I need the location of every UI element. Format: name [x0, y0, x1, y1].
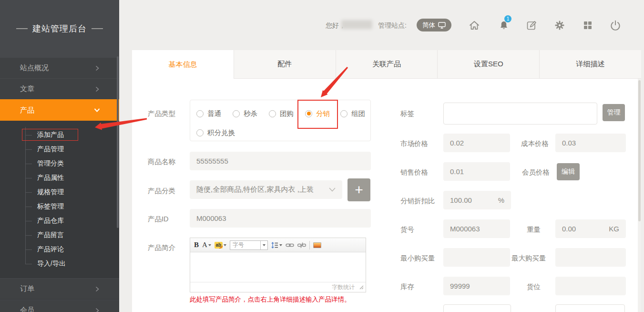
sidebar-item-members[interactable]: 会员 [0, 300, 119, 312]
submenu-label: 标签管理 [37, 202, 64, 211]
sidebar-scrollbar[interactable] [117, 56, 119, 228]
radio-icon [340, 110, 348, 117]
font-color-button[interactable]: A [202, 241, 211, 249]
radio-label: 秒杀 [244, 109, 257, 118]
extra-input-left[interactable] [443, 304, 511, 312]
tab-label: 详细描述 [576, 60, 605, 69]
sidebar-item-orders[interactable]: 订单 [0, 278, 119, 299]
radio-option-groupbuy[interactable]: 团购 [269, 109, 294, 118]
percent-unit: % [498, 196, 504, 204]
line-height-button[interactable] [271, 242, 282, 249]
chevron-down-icon [329, 187, 336, 192]
logo-dash-left [16, 28, 28, 29]
product-id-input[interactable]: M000063 [190, 209, 371, 228]
radio-option-points[interactable]: 积分兑换 [196, 128, 235, 137]
remove-link-icon[interactable] [297, 242, 306, 248]
home-button[interactable] [468, 19, 481, 32]
gear-icon [554, 20, 565, 31]
extra-input-right[interactable] [555, 304, 625, 312]
distribution-ratio-input[interactable]: 100.00 % [443, 191, 511, 209]
min-qty-label: 最小购买量 [400, 254, 435, 263]
submenu-item-warehouse[interactable]: 产品仓库 [0, 214, 119, 228]
sidebar-item-label: 站点概况 [20, 63, 49, 73]
weight-value: 0.00 [562, 225, 576, 233]
tab-label: 配件 [277, 60, 292, 69]
weight-input[interactable]: 0.00 KG [555, 219, 626, 238]
language-switch-button[interactable]: 简体 [417, 19, 451, 31]
radio-icon [269, 110, 276, 117]
cost-price-label: 成本价格 [521, 139, 549, 148]
insert-image-button[interactable] [313, 242, 321, 248]
font-color-glyph: A [202, 241, 207, 249]
editor-content-area[interactable] [190, 252, 366, 282]
app-window: 建站管理后台 站点概况 文章 产品 添加产品 产品管理 管理分类 产品属性 规格… [0, 0, 644, 312]
radio-option-normal[interactable]: 普通 [196, 109, 221, 118]
radio-icon [305, 110, 312, 117]
tab-accessories[interactable]: 配件 [234, 50, 336, 79]
username-redacted [341, 20, 372, 29]
apps-button[interactable] [581, 19, 594, 32]
settings-button[interactable] [553, 19, 566, 32]
item-code-input[interactable]: M000063 [443, 219, 510, 238]
panel-scrollbar-thumb[interactable] [638, 80, 641, 221]
submenu-item-product-attr[interactable]: 产品属性 [0, 171, 119, 185]
logout-button[interactable] [609, 19, 622, 32]
toolbar-divider [309, 241, 310, 250]
caret-down-icon [263, 244, 266, 248]
sale-price-input[interactable]: 0.01 [443, 162, 510, 181]
font-size-select[interactable]: 字号 [230, 240, 268, 250]
radio-option-team[interactable]: 组团 [340, 109, 365, 118]
market-price-input[interactable]: 0.02 [443, 134, 510, 152]
item-code-value: M000063 [450, 225, 480, 233]
app-title: 建站管理后台 [32, 23, 87, 34]
language-label: 简体 [422, 21, 435, 30]
tab-label: 关联产品 [372, 60, 401, 69]
edit-member-price-button[interactable]: 编辑 [557, 163, 580, 180]
manage-tags-button[interactable]: 管理 [603, 104, 625, 121]
product-type-group: 普通 秒杀 团购 分销 组团 积分兑换 [190, 100, 371, 141]
sidebar-item-articles[interactable]: 文章 [0, 78, 119, 99]
submenu-item-reviews[interactable]: 产品评论 [0, 242, 119, 257]
resize-grip[interactable] [359, 285, 364, 290]
submenu-item-messages[interactable]: 产品留言 [0, 228, 119, 242]
product-name-value: 55555555 [196, 157, 228, 165]
submenu-item-tag-manage[interactable]: 标签管理 [0, 199, 119, 214]
highlight-button[interactable]: ab [215, 242, 226, 249]
max-qty-input[interactable] [555, 248, 626, 267]
radio-option-distribution[interactable]: 分销 [305, 109, 330, 118]
select-arrow [260, 241, 267, 250]
bold-button[interactable]: B [194, 241, 199, 249]
submenu-item-spec-manage[interactable]: 规格管理 [0, 185, 119, 199]
edit-button[interactable] [525, 19, 538, 32]
cost-price-input[interactable]: 0.03 [555, 134, 626, 152]
submenu-label: 导入/导出 [37, 260, 66, 268]
sidebar-item-site-overview[interactable]: 站点概况 [0, 57, 119, 78]
editor-statusbar: 字数统计 [190, 282, 366, 292]
stock-input[interactable]: 99999 [443, 277, 510, 295]
tab-related-products[interactable]: 关联产品 [336, 50, 438, 79]
radio-option-seckill[interactable]: 秒杀 [233, 109, 257, 118]
submenu-item-import-export[interactable]: 导入/导出 [0, 257, 119, 271]
radio-label: 分销 [316, 109, 330, 118]
app-logo: 建站管理后台 [0, 0, 119, 57]
location-input[interactable] [555, 277, 626, 295]
sale-price-label: 销售价格 [400, 168, 428, 177]
min-qty-input[interactable] [443, 248, 510, 267]
chevron-right-icon [94, 286, 100, 292]
chevron-right-icon [94, 65, 100, 71]
radio-icon [196, 110, 204, 117]
caret-down-icon [224, 244, 226, 248]
tab-basic-info[interactable]: 基本信息 [132, 50, 234, 79]
tab-detail-desc[interactable]: 详细描述 [539, 50, 641, 79]
product-name-input[interactable]: 55555555 [190, 152, 371, 170]
product-category-select[interactable]: 随便,全部商品,特价区,家具内衣 ,上装 [190, 180, 342, 199]
insert-link-icon[interactable] [286, 242, 294, 248]
sidebar-item-products[interactable]: 产品 [0, 99, 119, 121]
tags-input[interactable] [443, 103, 597, 125]
stock-label: 库存 [400, 282, 414, 291]
tab-seo-settings[interactable]: 设置SEO [437, 50, 539, 79]
submenu-item-add-product[interactable]: 添加产品 [0, 128, 119, 142]
submenu-item-product-manage[interactable]: 产品管理 [0, 142, 119, 156]
submenu-item-category-manage[interactable]: 管理分类 [0, 156, 119, 171]
add-category-button[interactable]: + [348, 178, 370, 201]
